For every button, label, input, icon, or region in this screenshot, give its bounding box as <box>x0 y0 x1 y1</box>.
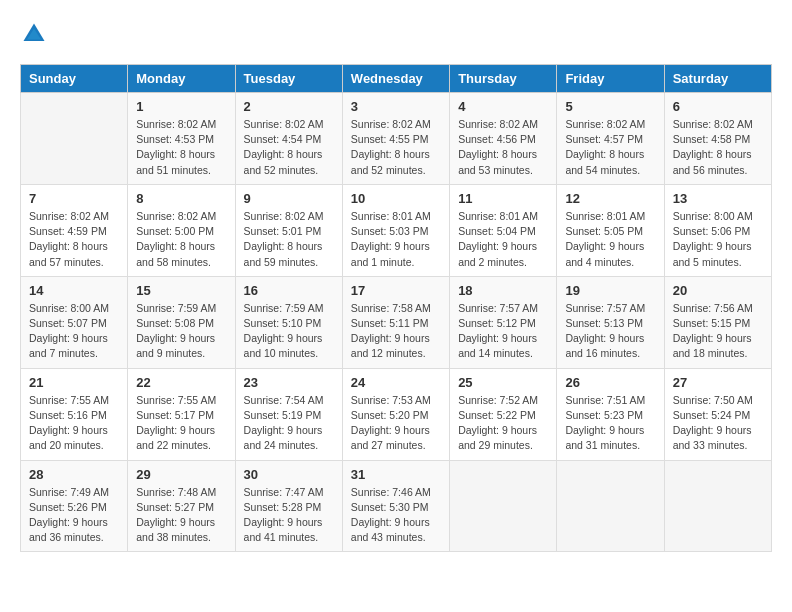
day-info: Sunrise: 8:02 AMSunset: 4:59 PMDaylight:… <box>29 209 119 270</box>
day-info: Sunrise: 7:48 AMSunset: 5:27 PMDaylight:… <box>136 485 226 546</box>
calendar-cell: 18Sunrise: 7:57 AMSunset: 5:12 PMDayligh… <box>450 276 557 368</box>
day-info: Sunrise: 7:57 AMSunset: 5:13 PMDaylight:… <box>565 301 655 362</box>
day-number: 29 <box>136 467 226 482</box>
day-number: 21 <box>29 375 119 390</box>
day-number: 31 <box>351 467 441 482</box>
day-info: Sunrise: 7:57 AMSunset: 5:12 PMDaylight:… <box>458 301 548 362</box>
day-number: 6 <box>673 99 763 114</box>
day-number: 16 <box>244 283 334 298</box>
day-info: Sunrise: 8:02 AMSunset: 5:00 PMDaylight:… <box>136 209 226 270</box>
day-info: Sunrise: 8:00 AMSunset: 5:07 PMDaylight:… <box>29 301 119 362</box>
day-number: 13 <box>673 191 763 206</box>
calendar-cell: 24Sunrise: 7:53 AMSunset: 5:20 PMDayligh… <box>342 368 449 460</box>
calendar-cell: 8Sunrise: 8:02 AMSunset: 5:00 PMDaylight… <box>128 184 235 276</box>
calendar-cell: 14Sunrise: 8:00 AMSunset: 5:07 PMDayligh… <box>21 276 128 368</box>
day-info: Sunrise: 8:02 AMSunset: 4:56 PMDaylight:… <box>458 117 548 178</box>
day-info: Sunrise: 8:02 AMSunset: 5:01 PMDaylight:… <box>244 209 334 270</box>
day-info: Sunrise: 7:56 AMSunset: 5:15 PMDaylight:… <box>673 301 763 362</box>
day-number: 3 <box>351 99 441 114</box>
calendar-cell: 30Sunrise: 7:47 AMSunset: 5:28 PMDayligh… <box>235 460 342 552</box>
calendar-cell: 29Sunrise: 7:48 AMSunset: 5:27 PMDayligh… <box>128 460 235 552</box>
day-info: Sunrise: 8:02 AMSunset: 4:57 PMDaylight:… <box>565 117 655 178</box>
day-number: 27 <box>673 375 763 390</box>
day-number: 20 <box>673 283 763 298</box>
calendar-cell: 27Sunrise: 7:50 AMSunset: 5:24 PMDayligh… <box>664 368 771 460</box>
calendar-cell: 26Sunrise: 7:51 AMSunset: 5:23 PMDayligh… <box>557 368 664 460</box>
logo <box>20 20 52 48</box>
day-info: Sunrise: 7:53 AMSunset: 5:20 PMDaylight:… <box>351 393 441 454</box>
calendar-cell: 10Sunrise: 8:01 AMSunset: 5:03 PMDayligh… <box>342 184 449 276</box>
calendar-cell: 19Sunrise: 7:57 AMSunset: 5:13 PMDayligh… <box>557 276 664 368</box>
calendar-cell: 13Sunrise: 8:00 AMSunset: 5:06 PMDayligh… <box>664 184 771 276</box>
calendar-week-1: 1Sunrise: 8:02 AMSunset: 4:53 PMDaylight… <box>21 93 772 185</box>
day-info: Sunrise: 7:59 AMSunset: 5:10 PMDaylight:… <box>244 301 334 362</box>
day-info: Sunrise: 7:50 AMSunset: 5:24 PMDaylight:… <box>673 393 763 454</box>
calendar-cell: 6Sunrise: 8:02 AMSunset: 4:58 PMDaylight… <box>664 93 771 185</box>
day-info: Sunrise: 8:02 AMSunset: 4:53 PMDaylight:… <box>136 117 226 178</box>
day-number: 25 <box>458 375 548 390</box>
day-info: Sunrise: 7:55 AMSunset: 5:16 PMDaylight:… <box>29 393 119 454</box>
page-header <box>20 20 772 48</box>
calendar-cell <box>450 460 557 552</box>
day-info: Sunrise: 7:59 AMSunset: 5:08 PMDaylight:… <box>136 301 226 362</box>
calendar-cell: 5Sunrise: 8:02 AMSunset: 4:57 PMDaylight… <box>557 93 664 185</box>
day-number: 30 <box>244 467 334 482</box>
calendar-cell: 1Sunrise: 8:02 AMSunset: 4:53 PMDaylight… <box>128 93 235 185</box>
day-number: 24 <box>351 375 441 390</box>
calendar-cell: 3Sunrise: 8:02 AMSunset: 4:55 PMDaylight… <box>342 93 449 185</box>
day-info: Sunrise: 7:46 AMSunset: 5:30 PMDaylight:… <box>351 485 441 546</box>
header-saturday: Saturday <box>664 65 771 93</box>
day-number: 12 <box>565 191 655 206</box>
calendar-cell <box>557 460 664 552</box>
day-info: Sunrise: 8:01 AMSunset: 5:05 PMDaylight:… <box>565 209 655 270</box>
calendar-cell: 28Sunrise: 7:49 AMSunset: 5:26 PMDayligh… <box>21 460 128 552</box>
calendar-cell: 15Sunrise: 7:59 AMSunset: 5:08 PMDayligh… <box>128 276 235 368</box>
day-info: Sunrise: 8:02 AMSunset: 4:55 PMDaylight:… <box>351 117 441 178</box>
day-number: 26 <box>565 375 655 390</box>
day-number: 14 <box>29 283 119 298</box>
calendar-week-4: 21Sunrise: 7:55 AMSunset: 5:16 PMDayligh… <box>21 368 772 460</box>
day-info: Sunrise: 8:01 AMSunset: 5:03 PMDaylight:… <box>351 209 441 270</box>
day-number: 22 <box>136 375 226 390</box>
calendar-cell: 25Sunrise: 7:52 AMSunset: 5:22 PMDayligh… <box>450 368 557 460</box>
day-info: Sunrise: 7:51 AMSunset: 5:23 PMDaylight:… <box>565 393 655 454</box>
calendar-cell: 2Sunrise: 8:02 AMSunset: 4:54 PMDaylight… <box>235 93 342 185</box>
day-number: 23 <box>244 375 334 390</box>
day-number: 11 <box>458 191 548 206</box>
day-info: Sunrise: 8:00 AMSunset: 5:06 PMDaylight:… <box>673 209 763 270</box>
calendar-cell: 9Sunrise: 8:02 AMSunset: 5:01 PMDaylight… <box>235 184 342 276</box>
day-number: 19 <box>565 283 655 298</box>
day-number: 5 <box>565 99 655 114</box>
day-info: Sunrise: 7:58 AMSunset: 5:11 PMDaylight:… <box>351 301 441 362</box>
header-sunday: Sunday <box>21 65 128 93</box>
calendar-cell: 12Sunrise: 8:01 AMSunset: 5:05 PMDayligh… <box>557 184 664 276</box>
calendar-cell <box>664 460 771 552</box>
calendar-cell: 22Sunrise: 7:55 AMSunset: 5:17 PMDayligh… <box>128 368 235 460</box>
calendar-week-3: 14Sunrise: 8:00 AMSunset: 5:07 PMDayligh… <box>21 276 772 368</box>
day-info: Sunrise: 7:52 AMSunset: 5:22 PMDaylight:… <box>458 393 548 454</box>
day-info: Sunrise: 8:02 AMSunset: 4:54 PMDaylight:… <box>244 117 334 178</box>
day-info: Sunrise: 8:02 AMSunset: 4:58 PMDaylight:… <box>673 117 763 178</box>
calendar-week-2: 7Sunrise: 8:02 AMSunset: 4:59 PMDaylight… <box>21 184 772 276</box>
day-number: 18 <box>458 283 548 298</box>
day-number: 28 <box>29 467 119 482</box>
day-number: 1 <box>136 99 226 114</box>
calendar-table: SundayMondayTuesdayWednesdayThursdayFrid… <box>20 64 772 552</box>
calendar-cell: 17Sunrise: 7:58 AMSunset: 5:11 PMDayligh… <box>342 276 449 368</box>
header-tuesday: Tuesday <box>235 65 342 93</box>
header-thursday: Thursday <box>450 65 557 93</box>
calendar-cell: 7Sunrise: 8:02 AMSunset: 4:59 PMDaylight… <box>21 184 128 276</box>
day-number: 15 <box>136 283 226 298</box>
day-number: 2 <box>244 99 334 114</box>
calendar-cell: 31Sunrise: 7:46 AMSunset: 5:30 PMDayligh… <box>342 460 449 552</box>
calendar-cell: 21Sunrise: 7:55 AMSunset: 5:16 PMDayligh… <box>21 368 128 460</box>
day-info: Sunrise: 7:55 AMSunset: 5:17 PMDaylight:… <box>136 393 226 454</box>
calendar-cell: 4Sunrise: 8:02 AMSunset: 4:56 PMDaylight… <box>450 93 557 185</box>
calendar-cell: 20Sunrise: 7:56 AMSunset: 5:15 PMDayligh… <box>664 276 771 368</box>
calendar-cell <box>21 93 128 185</box>
header-monday: Monday <box>128 65 235 93</box>
calendar-header-row: SundayMondayTuesdayWednesdayThursdayFrid… <box>21 65 772 93</box>
logo-icon <box>20 20 48 48</box>
day-number: 4 <box>458 99 548 114</box>
calendar-cell: 16Sunrise: 7:59 AMSunset: 5:10 PMDayligh… <box>235 276 342 368</box>
